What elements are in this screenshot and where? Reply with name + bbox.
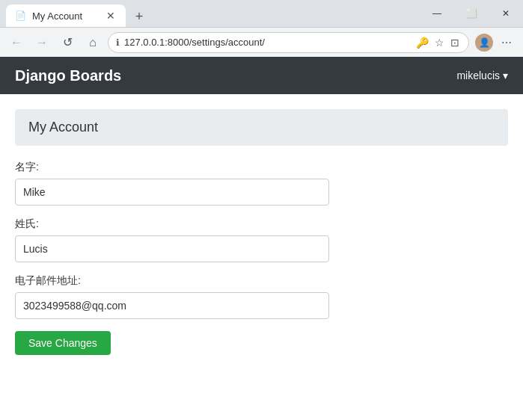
window-controls: — ⬜ ✕ bbox=[420, 0, 523, 27]
tab-title: My Account bbox=[32, 10, 82, 22]
email-label: 电子邮件地址: bbox=[15, 274, 508, 288]
save-changes-button[interactable]: Save Changes bbox=[15, 331, 111, 355]
browser-extra-controls: 👤 ⋯ bbox=[474, 32, 517, 53]
address-cast-icon[interactable]: ⊡ bbox=[449, 35, 461, 50]
address-info-icon: ℹ bbox=[116, 37, 120, 48]
profile-button[interactable]: 👤 bbox=[474, 32, 495, 53]
home-button[interactable]: ⌂ bbox=[82, 32, 103, 53]
profile-avatar: 👤 bbox=[475, 34, 493, 52]
page-header: My Account bbox=[15, 109, 508, 146]
window-close-button[interactable]: ✕ bbox=[489, 0, 523, 27]
refresh-button[interactable]: ↺ bbox=[57, 32, 78, 53]
app-navbar: Django Boards mikelucis ▾ bbox=[0, 57, 523, 94]
minimize-button[interactable]: — bbox=[420, 0, 454, 27]
page-title: My Account bbox=[28, 120, 98, 135]
tab-page-icon: 📄 bbox=[15, 10, 26, 21]
maximize-button[interactable]: ⬜ bbox=[454, 0, 489, 27]
forward-button[interactable]: → bbox=[31, 32, 52, 53]
address-bar[interactable]: ℹ 127.0.0.1:8000/settings/account/ 🔑 ☆ ⊡ bbox=[108, 32, 469, 53]
address-action-icons: 🔑 ☆ ⊡ bbox=[415, 35, 461, 50]
browser-tab[interactable]: 📄 My Account ✕ bbox=[6, 4, 126, 27]
first-name-input[interactable] bbox=[15, 179, 329, 206]
last-name-field-group: 姓氏: bbox=[15, 217, 508, 262]
first-name-field-group: 名字: bbox=[15, 161, 508, 206]
tab-close-button[interactable]: ✕ bbox=[105, 9, 117, 22]
last-name-label: 姓氏: bbox=[15, 217, 508, 231]
user-menu-trigger[interactable]: mikelucis ▾ bbox=[456, 70, 508, 81]
email-field-group: 电子邮件地址: bbox=[15, 274, 508, 319]
app-brand: Django Boards bbox=[15, 67, 121, 84]
navigation-bar: ← → ↺ ⌂ ℹ 127.0.0.1:8000/settings/accoun… bbox=[0, 27, 523, 57]
user-name: mikelucis bbox=[456, 70, 500, 81]
user-dropdown-caret: ▾ bbox=[503, 70, 508, 81]
new-tab-button[interactable]: + bbox=[129, 6, 150, 27]
email-input[interactable] bbox=[15, 292, 329, 319]
first-name-label: 名字: bbox=[15, 161, 508, 174]
last-name-input[interactable] bbox=[15, 235, 329, 262]
back-button[interactable]: ← bbox=[6, 32, 27, 53]
page-content: My Account 名字: 姓氏: 电子邮件地址: Save Changes bbox=[0, 94, 523, 370]
address-star-icon[interactable]: ☆ bbox=[433, 35, 446, 50]
browser-menu-button[interactable]: ⋯ bbox=[496, 32, 517, 53]
address-url: 127.0.0.1:8000/settings/account/ bbox=[124, 37, 410, 48]
address-key-icon[interactable]: 🔑 bbox=[415, 35, 430, 50]
